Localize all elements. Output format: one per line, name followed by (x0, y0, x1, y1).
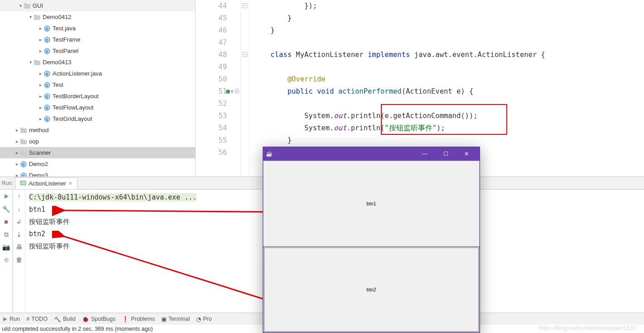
layout-icon[interactable]: ⧉ (1, 229, 11, 239)
chevron-right-icon: ▸ (37, 48, 43, 53)
terminal-toolwindow-button[interactable]: ▣Terminal (161, 316, 190, 323)
line-number: 49 (196, 61, 227, 73)
tree-file[interactable]: ▸ c Demo2 (0, 158, 195, 170)
chevron-right-icon: ▸ (14, 139, 20, 144)
run-tab-actionlistener[interactable]: ActionListener ✕ (15, 177, 77, 189)
override-gutter-icon[interactable]: ↑ⓞ (226, 86, 240, 98)
maximize-button[interactable]: ☐ (435, 147, 456, 161)
java-class-icon: c (20, 172, 27, 177)
minimize-button[interactable]: — (414, 147, 435, 161)
chevron-right-icon: ▸ (37, 71, 43, 76)
scroll-to-end-icon[interactable]: ⤓ (14, 229, 24, 239)
tree-folder-gui[interactable]: ▾ GUI (0, 0, 195, 11)
chevron-right-icon: ▸ (37, 94, 43, 99)
java-class-icon: c (43, 115, 51, 123)
svg-rect-25 (20, 139, 23, 141)
line-number: 53 (196, 110, 227, 122)
soft-wrap-icon[interactable]: ↲ (14, 217, 24, 227)
java-app-window[interactable]: ☕ — ☐ ✕ btn1 btn2 (263, 147, 480, 333)
tree-file[interactable]: ▸ c TestBorderLayout (0, 90, 195, 102)
tree-folder-demo0413[interactable]: ▾ Demo0413 (0, 57, 195, 68)
fold-minus-icon[interactable]: − (242, 52, 247, 57)
rerun-button[interactable] (1, 191, 11, 201)
java-coffee-icon: ☕ (266, 151, 273, 157)
java-class-icon: c (43, 36, 51, 43)
tree-file[interactable]: ▸ c TestPanel (0, 45, 195, 57)
stop-button[interactable]: ■ (1, 217, 11, 227)
java-class-icon: c (43, 104, 51, 111)
folder-icon (20, 138, 27, 145)
java-class-icon: c (43, 48, 51, 55)
tree-label: Test.java (53, 25, 76, 32)
tree-file[interactable]: ▸ c ActionListener.java (0, 68, 195, 79)
svg-rect-23 (20, 128, 23, 129)
btn1-button[interactable]: btn1 (263, 161, 480, 247)
chevron-right-icon: ▸ (37, 105, 43, 110)
run-toolwindow-button[interactable]: Run (3, 316, 20, 322)
tree-folder-scanner[interactable]: ▸ Scanner (0, 147, 195, 158)
line-number: 51 (196, 86, 227, 98)
btn2-button[interactable]: btn2 (263, 247, 480, 333)
watermark-text: https://blog.csdn.net/zhouqiyuan1233 (538, 324, 636, 331)
line-number: 46 (196, 24, 227, 37)
svg-text:c: c (22, 162, 25, 167)
chevron-right-icon: ▸ (37, 37, 43, 42)
line-number-gutter: 44 45 46 47 48 49 50 51 52 53 54 55 56 ↑… (196, 0, 241, 176)
tree-label: GUI (33, 2, 43, 9)
fold-column[interactable]: − − (241, 0, 249, 176)
line-number: 48 (196, 49, 227, 61)
tree-folder-demo0412[interactable]: ▾ Demo0412 (0, 11, 195, 23)
folder-icon (20, 149, 27, 157)
code-line: }); (254, 0, 644, 12)
close-tab-icon[interactable]: ✕ (68, 181, 72, 186)
code-line: } (254, 12, 644, 24)
close-button[interactable]: ✕ (456, 147, 477, 161)
down-arrow-icon[interactable]: ↓ (14, 204, 24, 214)
chevron-right-icon: ▸ (37, 82, 43, 87)
tree-label: TestPanel (53, 48, 78, 54)
window-titlebar[interactable]: ☕ — ☐ ✕ (263, 147, 480, 161)
todo-toolwindow-button[interactable]: ≡TODO (26, 316, 48, 322)
run-tab-label: ActionListener (29, 180, 66, 187)
java-class-icon: c (43, 70, 51, 77)
line-number: 44 (196, 0, 227, 12)
tree-file[interactable]: ▸ c TestGridLayout (0, 113, 195, 124)
tree-folder[interactable]: ▸ oop (0, 136, 195, 147)
tree-label: Test (53, 81, 63, 88)
tree-folder[interactable]: ▸ method (0, 124, 195, 136)
run-toolbar-left: 🔧 ■ ⧉ 📷 ⎋ (0, 190, 13, 312)
chevron-right-icon: ▸ (37, 116, 43, 121)
spotbugs-toolwindow-button[interactable]: 🐞SpotBugs (82, 316, 115, 323)
chevron-down-icon: ▾ (27, 60, 34, 65)
up-arrow-icon[interactable]: ↑ (14, 191, 24, 201)
svg-text:c: c (46, 26, 48, 31)
chevron-right-icon: ▸ (14, 173, 20, 176)
tree-file[interactable]: ▸ c TestFrame (0, 34, 195, 45)
line-number: 47 (196, 37, 227, 49)
chevron-down-icon: ▾ (27, 14, 34, 19)
camera-icon[interactable]: 📷 (1, 242, 11, 252)
svg-text:c: c (46, 105, 48, 110)
exit-icon[interactable]: ⎋ (1, 255, 11, 265)
tree-file[interactable]: ▸ c TestFlowLayout (0, 102, 195, 113)
problems-toolwindow-button[interactable]: ❗Problems (122, 316, 155, 323)
tree-file[interactable]: ▸ c Test (0, 79, 195, 90)
chevron-down-icon: ▾ (17, 3, 24, 8)
tree-file[interactable]: ▸ c Test.java (0, 23, 195, 34)
tree-label: TestBorderLayout (53, 93, 99, 100)
profiler-toolwindow-button[interactable]: ◔Pro (196, 316, 211, 323)
tree-label: Demo2 (29, 161, 48, 167)
fold-minus-icon[interactable]: − (242, 3, 247, 8)
tree-label: TestFlowLayout (53, 104, 93, 111)
tree-label: TestFrame (53, 36, 80, 43)
line-number: 54 (196, 122, 227, 134)
project-tree[interactable]: ▾ GUI ▾ Demo0412 ▸ c Test.java ▸ c TestF… (0, 0, 196, 176)
folder-icon (34, 14, 41, 21)
build-toolwindow-button[interactable]: 🔨Build (54, 316, 76, 323)
svg-marker-33 (5, 194, 9, 199)
trash-icon[interactable]: 🗑 (14, 255, 24, 265)
line-number: 52 (196, 98, 227, 110)
print-icon[interactable]: 🖶 (14, 242, 24, 252)
tree-file[interactable]: ▸ c Demo3 (0, 170, 195, 176)
wrench-icon[interactable]: 🔧 (1, 204, 11, 214)
